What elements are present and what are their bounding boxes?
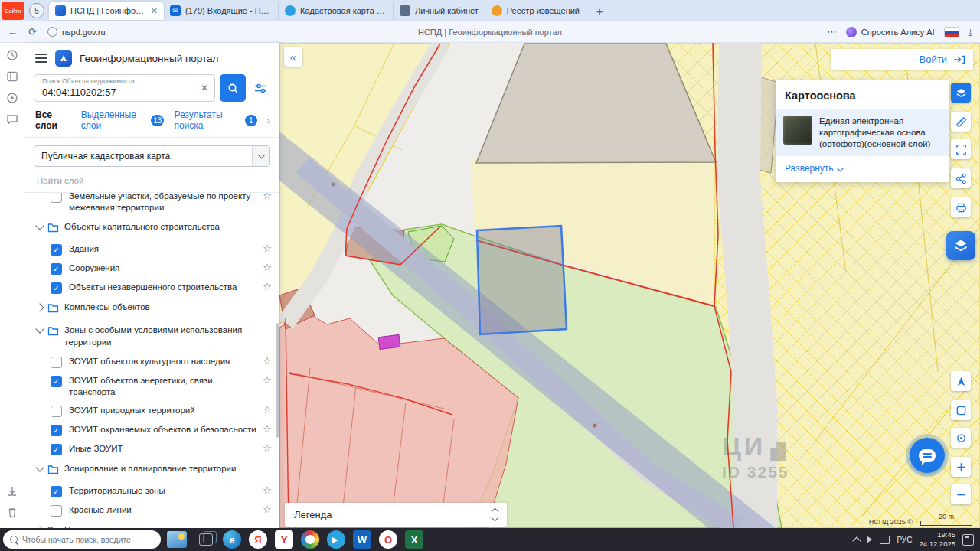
url-field[interactable]: nspd.gov.ru	[47, 27, 106, 37]
basemap-item[interactable]: Единая электронная картографическая осно…	[776, 109, 949, 156]
taskbar-clock[interactable]: 19:45 24.12.2025	[919, 530, 956, 549]
tray-expand-icon[interactable]	[853, 536, 861, 545]
layer-item[interactable]: Красные линии ☆	[24, 500, 279, 520]
tab-personal-account[interactable]: Личный кабинет	[394, 2, 485, 20]
language-flag-icon[interactable]	[944, 27, 959, 37]
print-button[interactable]	[951, 197, 971, 217]
geolocation-button[interactable]	[951, 371, 971, 391]
share-button[interactable]	[951, 168, 971, 188]
reload-icon[interactable]: ⟳	[28, 26, 37, 37]
checkbox-checked[interactable]	[51, 263, 62, 275]
tab-search-results[interactable]: Результаты поиска 1	[174, 109, 256, 131]
chevron-down-icon[interactable]	[35, 325, 44, 334]
scrollbar[interactable]	[276, 323, 279, 438]
layer-folder[interactable]: Объекты капитального строительства	[24, 217, 279, 240]
checkbox-unchecked[interactable]	[51, 406, 62, 417]
star-icon[interactable]: ☆	[263, 282, 272, 292]
layers-fab-button[interactable]	[946, 231, 975, 260]
map-canvas[interactable]: « Войти Картооснова Единая электронная к…	[279, 43, 980, 528]
layer-folder[interactable]: Зонирование и планирование территории	[24, 458, 279, 481]
star-icon[interactable]: ☆	[263, 356, 272, 367]
layer-search-input[interactable]	[35, 175, 273, 186]
search-button[interactable]	[220, 74, 246, 102]
weather-widget[interactable]	[167, 531, 187, 548]
language-indicator[interactable]: РУС	[897, 536, 912, 544]
expand-collapse-icon[interactable]	[492, 509, 498, 520]
site-info-icon[interactable]	[47, 27, 57, 37]
browser-profile-button[interactable]: Войти	[2, 2, 24, 20]
checkbox-unchecked[interactable]	[51, 357, 62, 368]
tab-mail[interactable]: ✉ (179) Входящие - Почта М...	[164, 2, 279, 20]
basemap-toggle-button[interactable]	[951, 83, 971, 103]
object-search-input[interactable]: Поиск Объекты недвижимости 04:04:110202:…	[34, 74, 215, 102]
layer-item[interactable]: Земельные участки, образуемые по проекту…	[24, 193, 279, 217]
layer-item[interactable]: Объекты незавершенного строительства ☆	[24, 278, 279, 297]
layer-item[interactable]: ЗОУИТ объектов культурного наследия ☆	[24, 352, 279, 371]
messenger-icon[interactable]	[327, 530, 345, 549]
layer-item[interactable]: Иные ЗОУИТ ☆	[24, 439, 279, 458]
star-icon[interactable]: ☆	[263, 405, 272, 416]
play-icon[interactable]	[6, 92, 18, 104]
layer-item[interactable]: Территориальные зоны ☆	[24, 481, 279, 500]
tab-nspd[interactable]: НСПД | Геоинформаци... ✕	[49, 2, 164, 20]
excel-icon[interactable]: X	[405, 530, 423, 549]
downloads-icon[interactable]	[6, 485, 18, 497]
layer-search-field[interactable]	[24, 173, 279, 193]
fullscreen-button[interactable]	[951, 139, 971, 159]
expand-link[interactable]: Развернуть	[785, 163, 834, 174]
close-icon[interactable]: ✕	[151, 6, 158, 16]
checkbox-checked[interactable]	[51, 282, 62, 294]
star-icon[interactable]: ☆	[263, 504, 272, 515]
layer-item[interactable]: ЗОУИТ охраняемых объектов и безопасности…	[24, 420, 279, 439]
zoom-in-button[interactable]	[951, 457, 971, 477]
star-icon[interactable]: ☆	[263, 375, 272, 386]
chevron-down-icon[interactable]	[35, 222, 44, 230]
tab-counter-badge[interactable]: 5	[29, 3, 44, 18]
tab-cadastre-map[interactable]: Кадастровая карта России	[279, 2, 394, 20]
collapse-panel-button[interactable]: «	[284, 47, 302, 67]
y-app-icon[interactable]: Y	[275, 530, 293, 549]
star-icon[interactable]: ☆	[263, 424, 272, 435]
tabs-more-icon[interactable]: ›	[267, 115, 270, 126]
yandex-browser-icon[interactable]: Я	[249, 530, 267, 549]
legend-bar[interactable]: Легенда	[285, 503, 507, 527]
layer-item[interactable]: Здания ☆	[24, 240, 279, 259]
trash-icon[interactable]	[6, 507, 18, 519]
coordinates-button[interactable]	[951, 428, 971, 448]
layer-item[interactable]: Сооружения ☆	[24, 259, 279, 278]
layer-folder[interactable]: Зоны с особыми условиями использования т…	[24, 320, 279, 351]
star-icon[interactable]: ☆	[263, 262, 272, 273]
checkbox-unchecked[interactable]	[51, 505, 62, 517]
checkbox-checked[interactable]	[51, 486, 62, 497]
checkbox-checked[interactable]	[51, 376, 62, 387]
panels-icon[interactable]	[6, 70, 18, 83]
volume-icon[interactable]	[867, 536, 876, 543]
new-tab-button[interactable]: +	[591, 2, 608, 19]
layer-folder[interactable]: Комплексы объектов	[24, 297, 279, 320]
back-icon[interactable]: ←	[8, 26, 18, 37]
expand-row[interactable]: Развернуть	[776, 156, 949, 174]
layer-folder[interactable]: Природные территории	[24, 520, 279, 528]
measure-button[interactable]	[951, 112, 971, 132]
layer-item[interactable]: ЗОУИТ природных территорий ☆	[24, 401, 279, 420]
download-icon[interactable]: ⤓	[969, 27, 972, 37]
star-icon[interactable]: ☆	[263, 243, 272, 254]
notifications-icon[interactable]	[962, 534, 974, 546]
chat-button[interactable]	[910, 438, 945, 473]
star-icon[interactable]: ☆	[263, 193, 272, 201]
chat-sidebar-icon[interactable]	[6, 113, 18, 126]
menu-icon[interactable]	[35, 54, 47, 63]
layer-item[interactable]: ЗОУИТ объектов энергетики, связи, трансп…	[24, 371, 279, 401]
star-icon[interactable]: ☆	[263, 443, 272, 454]
checkbox-checked[interactable]	[51, 444, 62, 455]
clear-icon[interactable]: ✕	[201, 83, 208, 93]
login-bar[interactable]: Войти	[831, 49, 973, 70]
checkbox-checked[interactable]	[51, 425, 62, 436]
tab-all-layers[interactable]: Все слои	[35, 109, 71, 131]
word-icon[interactable]: W	[353, 530, 371, 549]
zoom-out-button[interactable]	[951, 484, 971, 504]
opera-icon[interactable]: O	[379, 530, 397, 549]
alice-button[interactable]: Спросить Алису AI	[846, 27, 935, 37]
tab-registry[interactable]: Реестр извещений	[485, 2, 586, 20]
tab-selected-layers[interactable]: Выделенные слои 13	[81, 109, 165, 131]
